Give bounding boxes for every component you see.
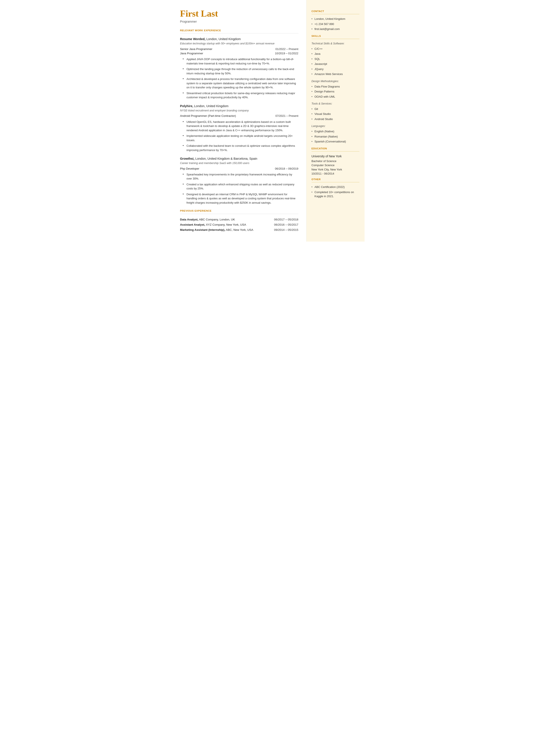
design-label: Design Methodologies: — [312, 79, 359, 83]
bullet-1-4: Streamlined critical production tickets … — [183, 91, 298, 99]
languages-list: English (Native) Romanian (Native) Spani… — [312, 129, 359, 144]
tools-skills-list: Git Visual Studio Android Studio — [312, 107, 359, 121]
company-desc-2: NYSE-listed recruitment and employer bra… — [180, 109, 298, 113]
other-header: OTHER — [312, 178, 359, 182]
skill-tools-1: Git — [312, 107, 359, 111]
contact-item-1: London, United Kingdom — [312, 17, 359, 21]
prev-exp-row-2: Assistant Analyst, XYZ Company, New York… — [180, 223, 298, 227]
languages-label: Languages: — [312, 124, 359, 128]
company-rest-1: London, United Kingdom — [206, 37, 241, 41]
bullets-2: Utilized OpenGL ES, hardware acceleratio… — [183, 120, 298, 153]
bullets-1: Applied JAVA OOP concepts to introduce a… — [183, 57, 298, 99]
bullet-3-3: Designed & developed an internal CRM in … — [183, 192, 298, 205]
prev-bold-3: Marketing Assistant (Internship), — [180, 228, 225, 232]
company-name-3: Growthsi, London, United Kingdom & Barce… — [180, 156, 298, 161]
prev-date-3: 09/2014 – 05/2015 — [274, 228, 298, 232]
edu-location: New York City, New York — [312, 167, 359, 172]
language-2: Romanian (Native) — [312, 134, 359, 139]
bullet-1-1: Applied JAVA OOP concepts to introduce a… — [183, 57, 298, 66]
university-name: University of New York — [312, 154, 359, 159]
candidate-title: Programmer — [180, 19, 298, 24]
skill-tools-3: Android Studio — [312, 117, 359, 121]
company-name-2: Polyhire, London, United Kingdom — [180, 104, 298, 109]
job-title-1b: Java Programmer — [180, 51, 203, 56]
job-row-1b: Java Programmer 10/2019 – 01/2022 — [180, 51, 298, 56]
other-item-2: Completed 10+ competitions on Kaggle in … — [312, 190, 359, 199]
company-block-1: Resume Worded, London, United Kingdom Ed… — [180, 37, 298, 99]
company-block-2: Polyhire, London, United Kingdom NYSE-li… — [180, 104, 298, 152]
bullet-1-2: Optimized the landing page through the r… — [183, 67, 298, 75]
education-block: University of New York Bachelor of Scien… — [312, 154, 359, 176]
skill-technical-5: JQuery — [312, 67, 359, 71]
prev-title-1: Data Analyst, ABC Company, London, UK — [180, 217, 235, 222]
tools-label: Tools & Services: — [312, 102, 359, 106]
technical-label: Technical Skills & Software: — [312, 42, 359, 46]
prev-bold-1: Data Analyst, — [180, 218, 198, 221]
prev-exp-row-3: Marketing Assistant (Internship), ABC, N… — [180, 228, 298, 232]
technical-skills-list: C/C++ Java SQL Javascript JQuery Amazon … — [312, 47, 359, 76]
right-column: CONTACT London, United Kingdom +1 234 56… — [306, 0, 365, 241]
skill-tools-2: Visual Studio — [312, 112, 359, 116]
relevant-work-header: RELEVANT WORK EXPERIENCE — [180, 29, 298, 33]
skill-technical-2: Java — [312, 52, 359, 56]
bullet-1-3: Architected & developed a process for tr… — [183, 77, 298, 90]
previous-exp-header: PREVIOUS EXPERIENCE — [180, 209, 298, 214]
job-row-1a: Senior Java Programmer 01/2022 – Present — [180, 47, 298, 51]
left-column: First Last Programmer RELEVANT WORK EXPE… — [171, 0, 306, 241]
job-date-1a: 01/2022 – Present — [275, 47, 298, 51]
skill-technical-3: SQL — [312, 57, 359, 61]
degree: Bachelor of Science — [312, 159, 359, 163]
job-date-3a: 06/2018 – 09/2019 — [275, 167, 298, 171]
contact-list: London, United Kingdom +1 234 567 890 fi… — [312, 17, 359, 31]
job-row-3a: Php Developer 06/2018 – 09/2019 — [180, 167, 298, 171]
language-3: Spanish (Conversational) — [312, 139, 359, 144]
bullet-2-3: Collaborated with the backend team to co… — [183, 144, 298, 152]
skills-header: SKILLS — [312, 34, 359, 39]
job-title-1a: Senior Java Programmer — [180, 47, 212, 51]
company-bold-2: Polyhire, — [180, 104, 193, 108]
language-1: English (Native) — [312, 129, 359, 134]
company-block-3: Growthsi, London, United Kingdom & Barce… — [180, 156, 298, 205]
skill-technical-4: Javascript — [312, 62, 359, 66]
prev-date-2: 06/2016 – 05/2017 — [274, 223, 298, 227]
company-bold-1: Resume Worded, — [180, 37, 206, 41]
prev-exp-row-1: Data Analyst, ABC Company, London, UK 06… — [180, 217, 298, 222]
prev-date-1: 06/2017 – 05/2018 — [274, 217, 298, 222]
contact-item-3: first.last@gmail.com — [312, 27, 359, 31]
other-list: ABC Certification (2022) Completed 10+ c… — [312, 185, 359, 199]
bullet-3-1: Spearheaded key improvements in the prop… — [183, 172, 298, 181]
company-rest-3: London, United Kingdom & Barcelona, Spai… — [194, 157, 257, 160]
prev-title-2: Assistant Analyst, XYZ Company, New York… — [180, 223, 246, 227]
skill-design-1: Data Flow Diagrams — [312, 84, 359, 89]
education-header: EDUCATION — [312, 147, 359, 152]
job-row-2a: Android Programmer (Part-time Contractor… — [180, 114, 298, 118]
contact-item-2: +1 234 567 890 — [312, 22, 359, 26]
job-title-2a: Android Programmer (Part-time Contractor… — [180, 114, 236, 118]
skill-design-3: OOAD with UML — [312, 95, 359, 99]
company-desc-3: Career training and membership SaaS with… — [180, 161, 298, 165]
prev-rest-1: ABC Company, London, UK — [198, 218, 235, 221]
company-name-1: Resume Worded, London, United Kingdom — [180, 37, 298, 42]
previous-roles: Data Analyst, ABC Company, London, UK 06… — [180, 217, 298, 232]
prev-rest-2: XYZ Company, New York, USA — [205, 223, 246, 226]
edu-dates: 10/2011 - 06/2014 — [312, 172, 359, 176]
skill-technical-6: Amazon Web Services — [312, 72, 359, 76]
company-rest-2: London, United Kingdom — [193, 104, 229, 108]
bullet-2-1: Utilized OpenGL ES, hardware acceleratio… — [183, 120, 298, 132]
job-date-2a: 07/2021 – Present — [275, 114, 298, 118]
resume-page: First Last Programmer RELEVANT WORK EXPE… — [171, 0, 365, 241]
field: Computer Science — [312, 163, 359, 167]
skill-technical-1: C/C++ — [312, 47, 359, 51]
candidate-name: First Last — [180, 9, 298, 18]
job-title-3a: Php Developer — [180, 167, 199, 171]
prev-rest-3: ABC, New York, USA — [225, 228, 253, 232]
company-desc-1: Education technology startup with 50+ em… — [180, 42, 298, 46]
job-date-1b: 10/2019 – 01/2022 — [275, 51, 298, 56]
skill-design-2: Design Patterns — [312, 90, 359, 94]
prev-title-3: Marketing Assistant (Internship), ABC, N… — [180, 228, 253, 232]
bullet-2-2: Implemented widescale application testin… — [183, 134, 298, 142]
prev-bold-2: Assistant Analyst, — [180, 223, 205, 226]
company-bold-3: Growthsi, — [180, 157, 195, 160]
design-skills-list: Data Flow Diagrams Design Patterns OOAD … — [312, 84, 359, 99]
contact-header: CONTACT — [312, 10, 359, 14]
